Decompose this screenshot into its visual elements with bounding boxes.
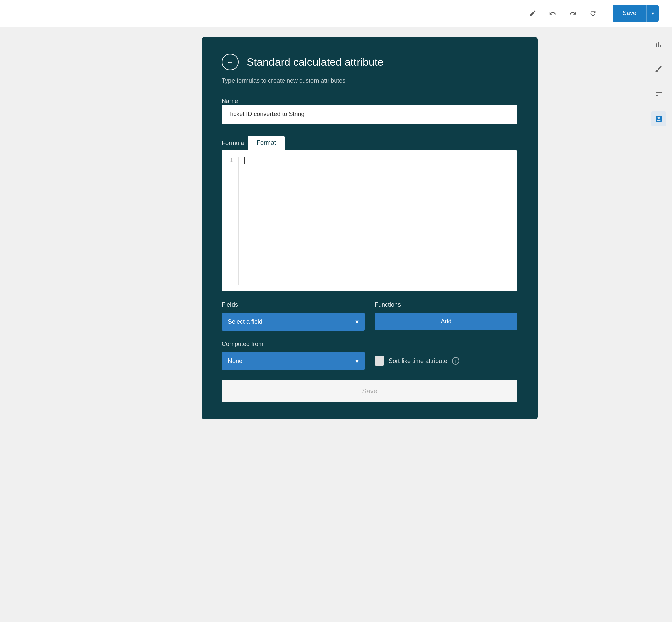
computed-from-dropdown[interactable]: None ▾ [222,352,364,370]
panel-header: ← Standard calculated attribute [222,54,517,70]
back-icon: ← [227,59,233,66]
fields-label: Fields [222,302,364,309]
code-content[interactable] [244,157,511,285]
fields-functions-row: Fields Select a field ▾ Functions Add [222,302,517,331]
sort-icon[interactable] [651,87,666,101]
line-number-1: 1 [228,158,233,164]
info-icon[interactable]: i [452,357,459,365]
sort-checkbox[interactable] [375,356,384,366]
sort-label: Sort like time attribute [389,357,447,365]
undo-icon[interactable] [547,7,559,20]
save-button-group: Save ▾ [612,5,659,22]
computed-from-chevron: ▾ [355,357,358,365]
right-sidebar [645,27,672,622]
select-field-text: Select a field [228,318,262,325]
add-button[interactable]: Add [375,312,517,330]
formula-section: Formula Format 1 [222,136,517,291]
sort-section: Sort like time attribute i [375,341,517,366]
brush-icon[interactable] [651,62,666,76]
computed-from-label: Computed from [222,341,364,348]
bottom-save-button[interactable]: Save [222,380,517,403]
toolbar-icons [526,7,599,20]
panel-subtitle: Type formulas to create new custom attri… [222,77,517,84]
refresh-icon[interactable] [587,7,599,20]
back-button[interactable]: ← [222,54,238,70]
computed-from-value: None [228,357,242,365]
code-editor[interactable]: 1 [222,150,517,291]
main-content: ← Standard calculated attribute Type for… [0,27,672,622]
computed-section: Computed from None ▾ [222,341,364,370]
formula-tab-prefix: Formula [222,136,244,150]
computed-row: Computed from None ▾ Sort like time attr… [222,341,517,370]
functions-label: Functions [375,302,517,309]
text-cursor [244,157,245,164]
select-field-dropdown[interactable]: Select a field ▾ [222,312,364,331]
name-label: Name [222,98,238,104]
tab-format[interactable]: Format [248,136,285,150]
top-toolbar: Save ▾ [0,0,672,27]
calculator-icon[interactable] [651,111,666,126]
chart-icon[interactable] [651,37,666,52]
formula-tabs: Format [248,136,285,150]
formula-header: Formula Format [222,136,517,150]
edit-icon[interactable] [526,7,539,20]
name-input[interactable] [222,105,517,124]
redo-icon[interactable] [567,7,579,20]
save-button[interactable]: Save [612,5,646,22]
select-field-chevron: ▾ [355,318,358,325]
main-panel: ← Standard calculated attribute Type for… [201,37,538,419]
save-dropdown-button[interactable]: ▾ [646,5,659,22]
panel-title: Standard calculated attribute [247,56,383,68]
cursor-line [244,157,511,164]
functions-section: Functions Add [375,302,517,331]
save-dropdown-icon: ▾ [651,11,654,16]
fields-section: Fields Select a field ▾ [222,302,364,331]
line-numbers: 1 [228,157,238,285]
